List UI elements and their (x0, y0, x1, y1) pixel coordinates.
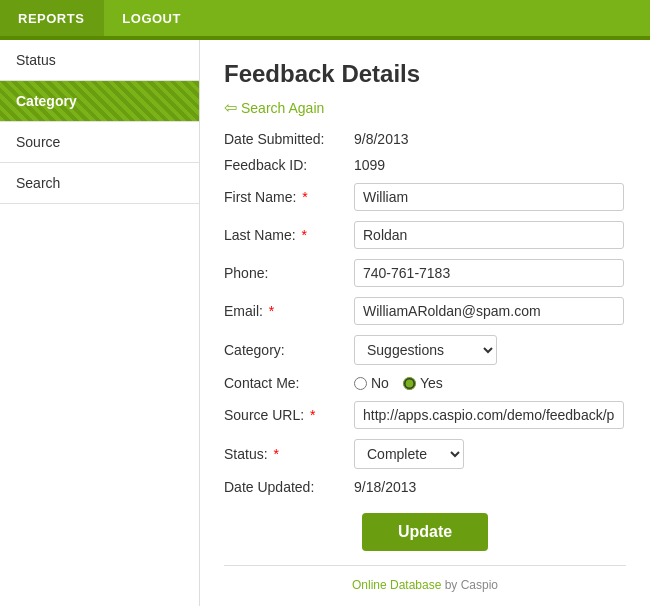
contact-yes-radio[interactable] (403, 377, 416, 390)
date-submitted-value: 9/8/2013 (354, 131, 409, 147)
main-content: Feedback Details ⇦ Search Again Date Sub… (200, 40, 650, 606)
date-submitted-row: Date Submitted: 9/8/2013 (224, 131, 626, 147)
contact-me-radio-group: No Yes (354, 375, 443, 391)
email-input[interactable] (354, 297, 624, 325)
layout: Status Category Source Search Feedback D… (0, 40, 650, 606)
status-row: Status: * CompletePendingIn ProgressClos… (224, 439, 626, 469)
status-label: Status: * (224, 446, 354, 462)
status-required: * (270, 446, 279, 462)
sidebar: Status Category Source Search (0, 40, 200, 606)
contact-no-radio[interactable] (354, 377, 367, 390)
feedback-id-row: Feedback ID: 1099 (224, 157, 626, 173)
source-url-input[interactable] (354, 401, 624, 429)
top-nav: REPORTS LOGOUT (0, 0, 650, 36)
footer-link[interactable]: Online Database (352, 578, 441, 592)
arrow-left-icon: ⇦ (224, 98, 237, 117)
search-again-label: Search Again (241, 100, 324, 116)
contact-me-label: Contact Me: (224, 375, 354, 391)
feedback-id-label: Feedback ID: (224, 157, 354, 173)
last-name-label: Last Name: * (224, 227, 354, 243)
first-name-label: First Name: * (224, 189, 354, 205)
sidebar-item-search[interactable]: Search (0, 163, 199, 204)
email-label: Email: * (224, 303, 354, 319)
first-name-input[interactable] (354, 183, 624, 211)
source-url-label: Source URL: * (224, 407, 354, 423)
category-label: Category: (224, 342, 354, 358)
nav-reports[interactable]: REPORTS (0, 0, 102, 36)
footer-suffix: by Caspio (441, 578, 498, 592)
date-submitted-label: Date Submitted: (224, 131, 354, 147)
feedback-id-value: 1099 (354, 157, 385, 173)
phone-input[interactable] (354, 259, 624, 287)
date-updated-label: Date Updated: (224, 479, 354, 495)
last-name-row: Last Name: * (224, 221, 626, 249)
sidebar-item-category[interactable]: Category (0, 81, 199, 122)
contact-yes-text: Yes (420, 375, 443, 391)
date-updated-row: Date Updated: 9/18/2013 (224, 479, 626, 495)
source-url-required: * (306, 407, 315, 423)
nav-logout[interactable]: LOGOUT (104, 0, 199, 36)
status-select[interactable]: CompletePendingIn ProgressClosed (354, 439, 464, 469)
email-required: * (265, 303, 274, 319)
source-url-row: Source URL: * (224, 401, 626, 429)
last-name-required: * (298, 227, 307, 243)
contact-yes-label[interactable]: Yes (403, 375, 443, 391)
category-select[interactable]: SuggestionsBugFeature RequestOther (354, 335, 497, 365)
first-name-row: First Name: * (224, 183, 626, 211)
search-again-link[interactable]: ⇦ Search Again (224, 98, 626, 117)
phone-row: Phone: (224, 259, 626, 287)
phone-label: Phone: (224, 265, 354, 281)
update-btn-row: Update (224, 513, 626, 551)
sidebar-item-source[interactable]: Source (0, 122, 199, 163)
date-updated-value: 9/18/2013 (354, 479, 416, 495)
sidebar-item-status[interactable]: Status (0, 40, 199, 81)
contact-no-text: No (371, 375, 389, 391)
update-button[interactable]: Update (362, 513, 488, 551)
contact-no-label[interactable]: No (354, 375, 389, 391)
email-row: Email: * (224, 297, 626, 325)
contact-me-row: Contact Me: No Yes (224, 375, 626, 391)
last-name-input[interactable] (354, 221, 624, 249)
category-row: Category: SuggestionsBugFeature RequestO… (224, 335, 626, 365)
page-title: Feedback Details (224, 60, 626, 88)
first-name-required: * (298, 189, 307, 205)
footer: Online Database by Caspio (224, 566, 626, 600)
